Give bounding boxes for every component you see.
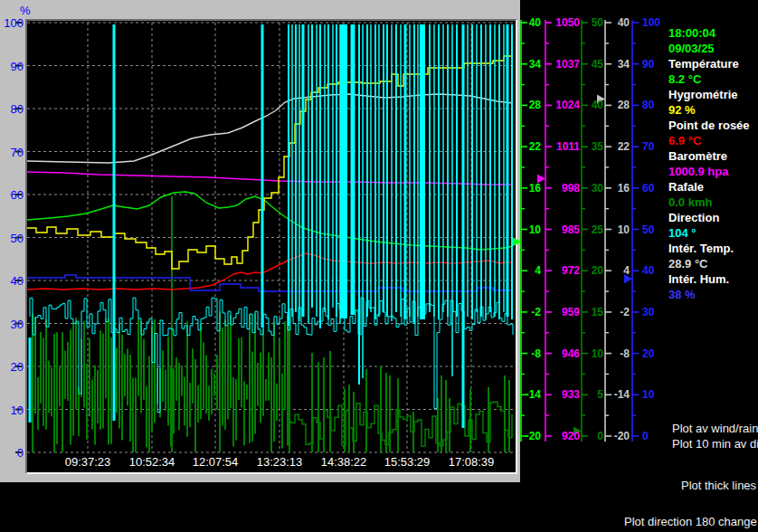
readout-line: 8.2 °C <box>668 72 750 88</box>
option-plot-thick-lines[interactable]: Plot thick lines <box>681 479 756 492</box>
axis-label-inhum-axis: 20 <box>642 347 654 360</box>
readout-line: 104 ° <box>668 226 750 242</box>
axis-label-inhum-axis: 100 <box>642 16 660 29</box>
readout-line: Point de rosée <box>668 119 750 134</box>
axis-label-inhum-axis: 60 <box>642 182 654 195</box>
readout-line: 28.9 °C <box>668 257 750 272</box>
readout-line: 6.9 °C <box>668 134 750 149</box>
readout-panel: 18:00:0409/03/25Température8.2 °CHygromé… <box>668 26 750 303</box>
weather-display-window: % 18:00:0409/03/25Température8.2 °CHygro… <box>0 0 758 532</box>
readout-line: Température <box>668 57 750 72</box>
option-plot-10min-av-dir[interactable]: Plot 10 min av dir <box>672 437 758 451</box>
axis-label-temp-axis: 16 <box>505 182 541 195</box>
readout-line: Rafale <box>668 180 750 195</box>
time-label: 15:53:29 <box>377 455 437 469</box>
left-axis-label: 10 <box>0 403 24 416</box>
axis-label-intemp-axis: -20 <box>593 430 630 442</box>
time-label: 17:08:39 <box>441 455 501 469</box>
axis-label-inhum-axis: 70 <box>642 140 654 153</box>
option-plot-direction-180-change[interactable]: Plot direction 180 change <box>624 515 757 528</box>
readout-line: Direction <box>668 211 750 226</box>
axis-label-temp-axis: -8 <box>505 347 541 360</box>
axis-label-temp-axis: -2 <box>505 306 541 318</box>
axis-label-intemp-axis: 4 <box>593 264 630 277</box>
left-axis-label: 30 <box>0 317 24 330</box>
axis-label-inhum-axis: 30 <box>642 306 654 318</box>
chart-panel: % <box>0 0 520 482</box>
axis-label-inhum-axis: 10 <box>642 388 654 401</box>
axis-label-inhum-axis: 80 <box>642 99 654 111</box>
readout-line: 38 % <box>668 288 750 303</box>
readout-line: 1000.9 hpa <box>668 165 750 180</box>
axis-label-temp-axis: 40 <box>505 16 541 29</box>
readout-line: 18:00:04 <box>668 26 750 42</box>
axis-label-inhum-axis: 40 <box>642 264 654 277</box>
time-label: 13:23:13 <box>250 455 309 469</box>
readout-line: 0.0 kmh <box>668 195 750 211</box>
left-axis-label: 20 <box>0 360 24 374</box>
axis-label-intemp-axis: -2 <box>593 306 630 318</box>
left-axis-label: 80 <box>0 102 24 116</box>
axis-label-temp-axis: 34 <box>505 58 541 71</box>
left-axis-label: 100 <box>0 16 24 30</box>
axis-label-intemp-axis: -8 <box>593 347 630 360</box>
axis-label-inhum-axis: 0 <box>642 430 649 442</box>
readout-line: 09/03/25 <box>668 42 750 57</box>
left-axis-label: 90 <box>0 59 24 72</box>
plot-area[interactable] <box>25 19 517 474</box>
axis-label-intemp-axis: 40 <box>593 16 630 29</box>
option-plot-av-wind-rain[interactable]: Plot av wind/rain <box>672 422 758 435</box>
readout-line: Hygrométrie <box>668 88 750 103</box>
readout-line: Baromètre <box>668 149 750 165</box>
axis-label-intemp-axis: 28 <box>593 99 630 111</box>
left-axis-label: 0 <box>0 446 24 460</box>
time-label: 10:52:34 <box>122 455 182 469</box>
axis-label-temp-axis: -20 <box>505 430 541 442</box>
axis-label-intemp-axis: 34 <box>593 58 630 71</box>
axis-label-intemp-axis: 22 <box>593 140 630 153</box>
axis-label-temp-axis: 22 <box>505 140 541 153</box>
left-axis-label: 60 <box>0 188 24 202</box>
axis-label-temp-axis: -14 <box>505 388 541 401</box>
axis-label-inhum-axis: 50 <box>642 223 654 236</box>
readout-line: Intér. Hum. <box>668 272 750 288</box>
axis-label-temp-axis: 28 <box>505 99 541 111</box>
left-axis-label: 50 <box>0 231 24 244</box>
axis-label-intemp-axis: 10 <box>593 223 630 236</box>
axis-label-temp-axis: 4 <box>505 264 541 277</box>
left-axis-label: 70 <box>0 145 24 158</box>
axis-label-temp-axis: 10 <box>505 223 541 236</box>
axis-label-intemp-axis: -14 <box>593 388 630 401</box>
left-axis-label: 40 <box>0 274 24 288</box>
time-label: 14:38:22 <box>314 455 374 469</box>
time-label: 12:07:54 <box>185 455 245 469</box>
axis-label-inhum-axis: 90 <box>642 58 654 71</box>
readout-line: 92 % <box>668 103 750 119</box>
readout-line: Intér. Temp. <box>668 242 750 257</box>
time-label: 09:37:23 <box>58 455 118 469</box>
axis-label-intemp-axis: 16 <box>593 182 630 195</box>
